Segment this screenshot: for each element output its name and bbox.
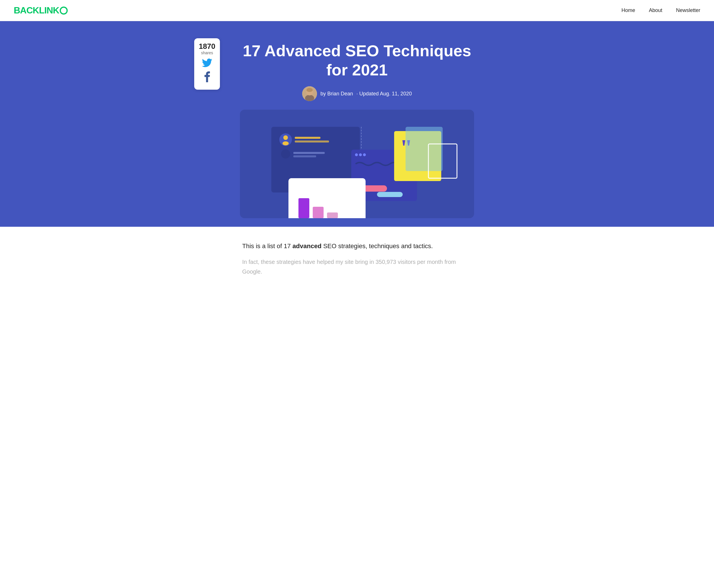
intro-bold-word: advanced [292,243,321,250]
nav-newsletter[interactable]: Newsletter [676,7,700,14]
svg-rect-30 [405,127,443,171]
intro-paragraph: This is a list of 17 advanced SEO strate… [242,241,472,251]
twitter-share-button[interactable] [197,59,217,69]
svg-point-6 [283,135,288,140]
nav-about[interactable]: About [649,7,662,14]
intro-prefix: This is a list of 17 [242,243,292,250]
share-count: 1870 [197,42,217,50]
content-section: This is a list of 17 advanced SEO strate… [229,227,485,288]
hero-title-area: 17 Advanced SEO Techniques for 2021 [200,38,514,227]
svg-point-3 [307,88,313,92]
updated-date: · Updated Aug. 11, 2020 [356,91,412,97]
share-widget: 1870 shares [194,38,220,90]
logo-text: BACKLINK [14,5,59,16]
hero-title: 17 Advanced SEO Techniques for 2021 [200,41,514,79]
site-header: BACKLINK Home About Newsletter [0,0,714,21]
svg-rect-8 [295,137,320,139]
facebook-share-button[interactable] [197,71,217,85]
svg-rect-9 [295,141,329,143]
svg-rect-23 [313,207,323,218]
author-avatar [302,86,317,101]
svg-rect-11 [293,152,325,154]
intro-suffix: SEO strategies, techniques and tactics. [321,243,433,250]
svg-point-16 [359,153,362,156]
author-name: by Brian Dean [320,91,353,97]
svg-rect-24 [327,212,338,218]
svg-rect-19 [377,192,403,197]
site-logo[interactable]: BACKLINK [14,5,68,16]
svg-point-17 [363,153,366,156]
svg-point-15 [355,153,358,156]
svg-rect-22 [298,198,309,218]
main-nav: Home About Newsletter [622,7,700,14]
hero-inner: 1870 shares 17 Advanced SEO Techniques f… [200,38,514,227]
svg-point-7 [282,141,289,145]
nav-home[interactable]: Home [622,7,635,14]
svg-point-10 [281,149,290,159]
hero-meta: by Brian Dean · Updated Aug. 11, 2020 [200,86,514,101]
sub-paragraph: In fact, these strategies have helped my… [242,257,472,276]
logo-circle-icon [60,6,68,15]
hero-illustration: + " [240,110,474,218]
hero-section: 1870 shares 17 Advanced SEO Techniques f… [0,21,714,227]
share-label: shares [197,50,217,55]
svg-rect-12 [293,155,316,158]
